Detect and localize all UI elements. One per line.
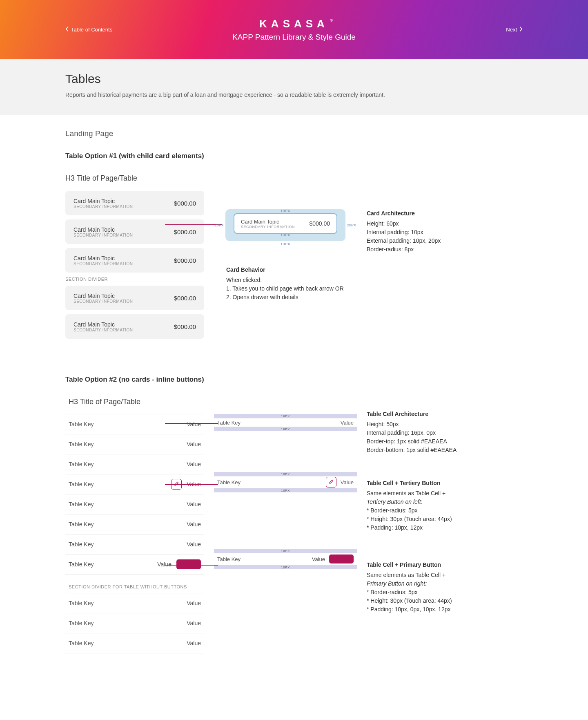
cell-primary-diagram: 10PX Table Key Value 10PX (214, 549, 357, 569)
connector-line (165, 565, 218, 566)
px-label: 20PX (347, 223, 356, 227)
cell-tertiary-diagram: 10PX Table Key Value 10PX (214, 472, 357, 492)
card-item[interactable]: Card Main Topic SECONDARY INFORMATION $0… (65, 314, 204, 339)
table-row: Table Key Value (65, 494, 204, 514)
px-label: 10PX (225, 209, 345, 213)
table-row: Table Key Value (65, 554, 204, 575)
card-value: $000.00 (174, 295, 196, 302)
px-label: 20PX (215, 223, 224, 227)
table-key: Table Key (69, 561, 94, 568)
card-spec-diagram: Card Main Topic SECONDARY INFORMATION $0… (234, 213, 337, 234)
spec-line: * Padding: 10px, 12px (367, 523, 523, 532)
spec-title: Table Cell + Primary Button (367, 561, 523, 569)
option2-heading: Table Option #2 (no cards - inline butto… (65, 376, 523, 384)
spec-title: Card Architecture (367, 209, 523, 218)
card-value: $000.00 (174, 257, 196, 264)
toc-link[interactable]: Table of Contents (65, 27, 112, 33)
connector-line (165, 423, 218, 424)
table-row: Table Key Value (65, 414, 204, 434)
card-architecture-spec: Card Architecture Height: 60px Internal … (367, 209, 523, 254)
section-divider: SECTION DIVIDER (65, 277, 204, 282)
option1-heading: Table Option #1 (with child card element… (65, 152, 523, 160)
spec-line: Same elements as Table Cell + (367, 571, 523, 579)
px-label: 16PX (214, 414, 357, 418)
intro-section: Tables Reports and historical payments a… (0, 59, 588, 115)
card-item[interactable]: Card Main Topic SECONDARY INFORMATION $0… (65, 286, 204, 310)
table-diagrams: 16PX Table Key Value 16PX 10PX Table Key (214, 398, 357, 569)
table-title: H3 Title of Page/Table (65, 398, 204, 406)
primary-button[interactable] (329, 555, 354, 563)
table-key: Table Key (69, 441, 94, 447)
card-main: Card Main Topic (241, 219, 295, 225)
card-list: Card Main Topic SECONDARY INFORMATION $0… (65, 191, 204, 343)
spec-line: External padding: 10px, 20px (367, 237, 523, 245)
table-key: Table Key (69, 501, 94, 508)
spec-line: Same elements as Table Cell + (367, 489, 523, 498)
card-secondary: SECONDARY INFORMATION (74, 262, 133, 266)
table-key: Table Key (217, 556, 241, 562)
spec-line: Tertiery Button on left: (367, 498, 523, 506)
edit-button[interactable] (326, 477, 336, 487)
table-value: Value (187, 600, 201, 606)
card-main: Card Main Topic (74, 321, 133, 328)
table-value: Value (187, 640, 201, 646)
card-main: Card Main Topic (74, 226, 133, 233)
spec-line: Border-top: 1px solid #EAEAEA (367, 437, 523, 446)
cell-primary-spec: Table Cell + Primary Button Same element… (367, 561, 523, 614)
table-value: Value (341, 420, 354, 426)
page-title: Tables (65, 72, 523, 86)
spec-line: * Border-radius: 5px (367, 588, 523, 597)
spec-line: 2. Opens drawer with details (226, 293, 357, 302)
page-description: Reports and historical payments are a bi… (65, 92, 523, 98)
table-key: Table Key (69, 620, 94, 626)
spec-line: Border-bottom: 1px solid #EAEAEA (367, 446, 523, 454)
table-row: Table Key Value (65, 454, 204, 474)
section-divider: SECTION DIVIDER FOR TABLE WITHOUT BUTTON… (65, 584, 204, 589)
chevron-right-icon (519, 27, 523, 33)
next-link[interactable]: Next (506, 27, 523, 33)
spec-line: Height: 50px (367, 420, 523, 429)
spec-line: * Padding: 10px, 0px, 10px, 12px (367, 605, 523, 614)
table-key: Table Key (217, 479, 241, 485)
table-key: Table Key (69, 421, 94, 427)
spec-line: Border-radius: 8px (367, 245, 523, 254)
card-main: Card Main Topic (74, 293, 133, 299)
table-value: Value (187, 441, 201, 447)
card-main: Card Main Topic (74, 255, 133, 262)
spec-title: Card Behavior (226, 266, 357, 274)
card-item[interactable]: Card Main Topic SECONDARY INFORMATION $0… (65, 191, 204, 215)
card-item[interactable]: Card Main Topic SECONDARY INFORMATION $0… (65, 248, 204, 273)
card-main: Card Main Topic (74, 198, 133, 204)
table-value: Value (341, 479, 354, 485)
page-header: Table of Contents Next KASASA ® KAPP Pat… (0, 0, 588, 59)
card-behavior-spec: Card Behavior When clicked: 1. Takes you… (226, 266, 357, 302)
px-label: 10PX (225, 242, 345, 246)
card-value: $000.00 (174, 323, 196, 330)
cell-architecture-spec: Table Cell Architecture Height: 50px Int… (367, 410, 523, 454)
next-label: Next (506, 27, 517, 33)
primary-button[interactable] (176, 559, 201, 569)
table-key: Table Key (69, 481, 94, 487)
table-key: Table Key (69, 600, 94, 606)
table-value: Value (187, 501, 201, 508)
card-secondary: SECONDARY INFORMATION (241, 225, 295, 229)
landing-heading: Landing Page (65, 129, 523, 138)
spec-line: Internal padding: 10px (367, 228, 523, 237)
table-title: H3 Title of Page/Table (65, 174, 523, 183)
table-value: Value (312, 556, 325, 562)
table-value: Value (187, 421, 201, 427)
spec-line: * Height: 30px (Touch area: 44px) (367, 597, 523, 605)
card-secondary: SECONDARY INFORMATION (74, 328, 133, 332)
spec-line: When clicked: (226, 276, 357, 284)
card-item[interactable]: Card Main Topic SECONDARY INFORMATION $0… (65, 219, 204, 244)
px-label: 10PX (234, 233, 337, 237)
table-value: Value (157, 561, 172, 568)
table-key: Table Key (69, 461, 94, 467)
table-value: Value (187, 461, 201, 467)
card-value: $000.00 (174, 200, 196, 207)
px-label: 10PX (214, 549, 357, 553)
table-row: Table Key Value (65, 593, 204, 613)
logo-text: KASASA (259, 18, 329, 30)
table-row: Table Key Value (65, 534, 204, 555)
spec-line: Internal padding: 16px, 0px (367, 429, 523, 437)
